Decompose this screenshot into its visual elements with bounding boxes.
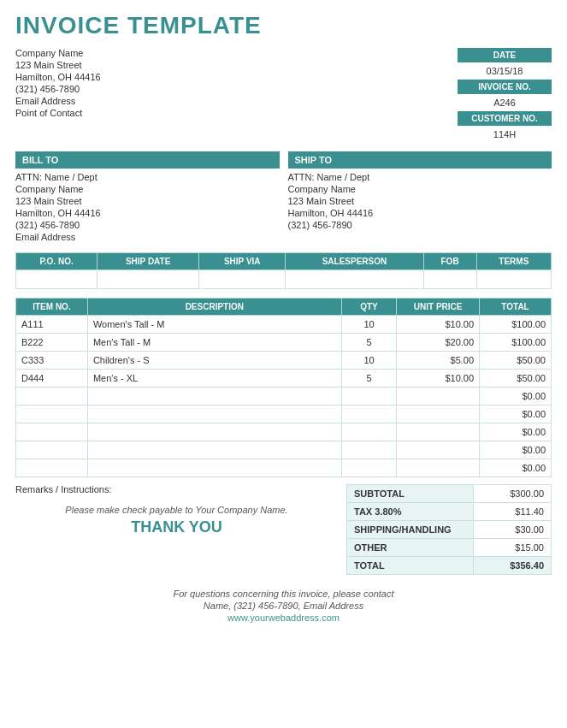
other-value: $15.00 (474, 539, 552, 557)
ship-address1: 123 Main Street (288, 196, 552, 206)
items-header-qty: QTY (341, 299, 397, 316)
item-no-cell (16, 441, 88, 459)
qty-cell: 5 (341, 370, 397, 388)
desc-cell: Children's - S (87, 352, 341, 370)
qty-cell (341, 423, 397, 441)
unit-price-cell (397, 388, 480, 405)
unit-price-cell (397, 423, 480, 441)
customer-no-label: CUSTOMER NO. (458, 111, 552, 126)
bill-phone: (321) 456-7890 (15, 220, 280, 230)
thank-you-section: Please make check payable to Your Compan… (15, 505, 338, 536)
tax-label: TAX 3.80% (347, 503, 474, 521)
po-header-fob: FOB (423, 253, 476, 270)
qty-cell (341, 388, 397, 405)
footer-section: For questions concerning this invoice, p… (15, 589, 552, 623)
footer-website: www.yourwebaddress.com (15, 613, 552, 623)
unit-price-cell (397, 405, 480, 423)
item-no-cell (16, 388, 88, 405)
desc-cell (87, 441, 341, 459)
date-value: 03/15/18 (458, 64, 552, 78)
desc-cell: Men's - XL (87, 370, 341, 388)
unit-price-cell: $10.00 (397, 370, 480, 388)
total-cell: $0.00 (480, 423, 552, 441)
po-header-salesperson: SALESPERSON (286, 253, 423, 270)
ship-name: Company Name (288, 184, 552, 194)
ship-to-header: SHIP TO (288, 151, 552, 169)
unit-price-cell (397, 459, 480, 477)
footer-contact-line2: Name, (321) 456-7890, Email Address (15, 601, 552, 611)
total-cell: $0.00 (480, 388, 552, 405)
po-table: P.O. NO.SHIP DATESHIP VIASALESPERSONFOBT… (15, 252, 552, 289)
desc-cell (87, 423, 341, 441)
desc-cell: Women's Tall - M (87, 316, 341, 334)
qty-cell: 5 (341, 334, 397, 352)
table-row: $0.00 (16, 441, 552, 459)
bill-to-box: BILL TO ATTN: Name / Dept Company Name 1… (15, 151, 280, 244)
subtotal-row: SUBTOTAL $300.00 (347, 485, 552, 503)
other-label: OTHER (347, 539, 474, 557)
item-no-cell: C333 (16, 352, 88, 370)
total-cell: $100.00 (480, 316, 552, 334)
items-header-item-no-: ITEM NO. (16, 299, 88, 316)
ship-to-box: SHIP TO ATTN: Name / Dept Company Name 1… (288, 151, 552, 244)
qty-cell (341, 441, 397, 459)
company-phone: (321) 456-7890 (15, 84, 101, 94)
table-row: $0.00 (16, 459, 552, 477)
po-header-terms: TERMS (476, 253, 551, 270)
company-address1: 123 Main Street (15, 60, 101, 70)
unit-price-cell: $20.00 (397, 334, 480, 352)
company-name: Company Name (15, 48, 101, 58)
company-contact: Point of Contact (15, 108, 101, 118)
tax-row: TAX 3.80% $11.40 (347, 503, 552, 521)
item-no-cell (16, 423, 88, 441)
total-row: TOTAL $356.40 (347, 557, 552, 575)
total-label: TOTAL (347, 557, 474, 575)
ship-attn: ATTN: Name / Dept (288, 172, 552, 182)
table-row: A111Women's Tall - M10$10.00$100.00 (16, 316, 552, 334)
ship-address2: Hamilton, OH 44416 (288, 208, 552, 218)
qty-cell (341, 459, 397, 477)
table-row: $0.00 (16, 405, 552, 423)
desc-cell (87, 459, 341, 477)
subtotal-value: $300.00 (474, 485, 552, 503)
bill-email: Email Address (15, 232, 280, 242)
invoice-title: INVOICE TEMPLATE (15, 12, 552, 39)
total-cell: $0.00 (480, 441, 552, 459)
items-header-description: DESCRIPTION (87, 299, 341, 316)
customer-no-value: 114H (458, 127, 552, 141)
bottom-section: Remarks / Instructions: Please make chec… (15, 484, 552, 575)
total-cell: $100.00 (480, 334, 552, 352)
footer-contact-line1: For questions concerning this invoice, p… (15, 589, 552, 599)
bill-address1: 123 Main Street (15, 196, 280, 206)
items-header-total: TOTAL (480, 299, 552, 316)
qty-cell (341, 405, 397, 423)
bill-address2: Hamilton, OH 44416 (15, 208, 280, 218)
company-info: Company Name 123 Main Street Hamilton, O… (15, 48, 101, 143)
table-row: C333Children's - S10$5.00$50.00 (16, 352, 552, 370)
thank-you-text: THANK YOU (15, 518, 338, 536)
invoice-meta: DATE 03/15/18 INVOICE NO. A246 CUSTOMER … (381, 48, 552, 143)
check-payable: Please make check payable to Your Compan… (15, 505, 338, 515)
company-address2: Hamilton, OH 44416 (15, 72, 101, 82)
unit-price-cell: $5.00 (397, 352, 480, 370)
invoice-no-value: A246 (458, 96, 552, 109)
date-label: DATE (458, 48, 552, 62)
total-cell: $50.00 (480, 370, 552, 388)
item-no-cell: B222 (16, 334, 88, 352)
desc-cell: Men's Tall - M (87, 334, 341, 352)
po-header-ship-date: SHIP DATE (97, 253, 199, 270)
bill-name: Company Name (15, 184, 280, 194)
po-header-p-o--no-: P.O. NO. (16, 253, 97, 270)
shipping-value: $30.00 (474, 521, 552, 539)
total-cell: $0.00 (480, 405, 552, 423)
total-value: $356.40 (474, 557, 552, 575)
subtotal-label: SUBTOTAL (347, 485, 474, 503)
items-header-unit-price: UNIT PRICE (397, 299, 480, 316)
remarks-label: Remarks / Instructions: (15, 484, 338, 494)
table-row: $0.00 (16, 388, 552, 405)
item-no-cell (16, 459, 88, 477)
po-header-ship-via: SHIP VIA (199, 253, 286, 270)
items-table: ITEM NO.DESCRIPTIONQTYUNIT PRICETOTAL A1… (15, 298, 552, 477)
bill-to-header: BILL TO (15, 151, 280, 169)
item-no-cell: A111 (16, 316, 88, 334)
